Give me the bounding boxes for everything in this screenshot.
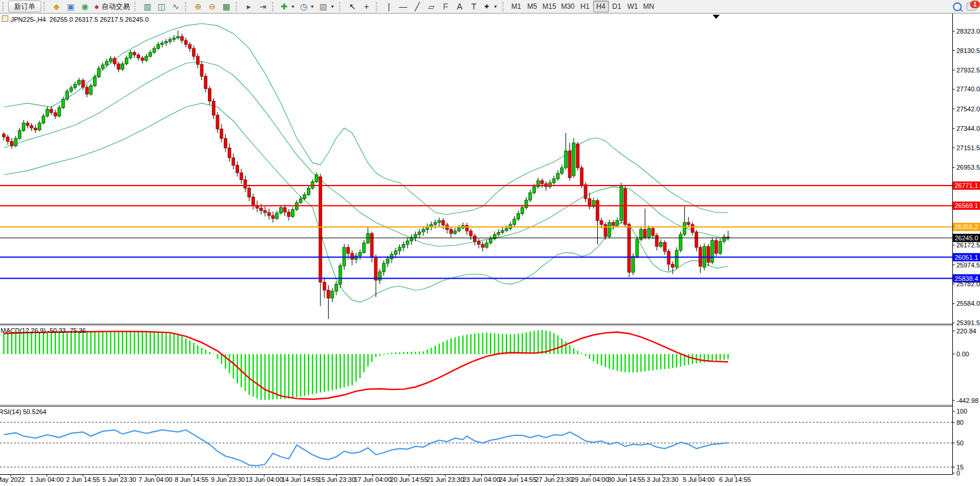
svg-text:30 Jun 14:55: 30 Jun 14:55 [608, 476, 645, 483]
svg-text:27740.0: 27740.0 [956, 85, 980, 92]
bar-chart-icon: ▥ [144, 2, 151, 11]
notification-badge: 1 [970, 1, 980, 8]
svg-text:7 Jun 04:00: 7 Jun 04:00 [138, 476, 173, 483]
indicators-icon[interactable]: ✚▼ [278, 1, 297, 12]
timeframe-d1[interactable]: D1 [609, 1, 625, 12]
macd-signal-value: -75.36 [68, 327, 86, 334]
timeframe-mn[interactable]: MN [641, 1, 657, 12]
chart-shift-icon: ⇥ [260, 2, 267, 11]
svg-text:21 Jun 23:30: 21 Jun 23:30 [426, 476, 464, 483]
rsi-pane[interactable] [0, 407, 952, 474]
indicators-icon: ✚ [280, 2, 287, 11]
svg-text:27151.5: 27151.5 [956, 144, 980, 151]
pane-splitter-2[interactable] [0, 405, 952, 408]
autoscroll-icon[interactable]: ▸ [241, 1, 256, 12]
macd-pane[interactable] [0, 325, 952, 405]
svg-text:23 Jun 04:00: 23 Jun 04:00 [463, 476, 501, 483]
main-chart-pane[interactable] [0, 13, 952, 324]
line-chart-icon[interactable]: ∿ [168, 1, 183, 12]
svg-text:50: 50 [956, 439, 964, 447]
svg-text:20 Jun 14:55: 20 Jun 14:55 [390, 476, 428, 483]
text-label-icon[interactable]: T [466, 1, 481, 12]
profile-icon[interactable]: ◆ [49, 1, 64, 12]
svg-text:3 Jul 23:30: 3 Jul 23:30 [647, 476, 678, 483]
svg-text:100: 100 [956, 408, 967, 415]
terminal-icon[interactable]: ▣ [64, 1, 78, 12]
tile-windows-icon: ▦ [223, 2, 230, 11]
macd-label: MACD(12,26,9) [1, 327, 45, 334]
timeframe-w1[interactable]: W1 [625, 1, 641, 12]
candlestick-icon: ◫ [158, 2, 165, 11]
svg-text:27344.0: 27344.0 [956, 125, 980, 132]
new-order-button[interactable]: 新订单 [8, 1, 41, 12]
candlestick-icon[interactable]: ◫ [154, 1, 168, 12]
timeframe-h1[interactable]: H1 [577, 1, 593, 12]
svg-text:27 Jun 23:30: 27 Jun 23:30 [535, 476, 573, 483]
svg-text:25584.0: 25584.0 [956, 300, 980, 307]
vertical-line-icon[interactable]: | [382, 1, 396, 12]
svg-text:26245.0: 26245.0 [955, 234, 978, 242]
text-icon[interactable]: A [452, 1, 466, 12]
new-order-button-label: 新订单 [14, 2, 35, 12]
svg-text:17 Jun 04:00: 17 Jun 04:00 [354, 476, 392, 483]
trendline-icon: ╱ [415, 2, 419, 11]
crosshair-icon[interactable]: + [359, 1, 373, 12]
zoom-in-icon[interactable]: ⊕ [191, 1, 205, 12]
timeframe-m1[interactable]: M1 [508, 1, 524, 12]
cursor-icon[interactable]: ↖ [345, 1, 359, 12]
crosshair-icon: + [364, 2, 369, 11]
periods-icon: ◷ [300, 2, 307, 11]
svg-text:27542.0: 27542.0 [956, 105, 980, 113]
svg-text:28323.0: 28323.0 [956, 28, 980, 35]
autotrade-button[interactable]: ●自动交易 [92, 1, 132, 12]
chevron-down-icon: ▼ [493, 4, 498, 9]
search-icon[interactable] [953, 2, 962, 11]
timeframe-h4[interactable]: H4 [593, 1, 609, 12]
svg-text:8 Jun 14:55: 8 Jun 14:55 [175, 476, 209, 483]
symbol-ohlc-line: JPN225-,H4 26255.0 26317.5 26217.5 26245… [2, 15, 148, 23]
periods-icon[interactable]: ◷▼ [297, 1, 317, 12]
rsi-label: RSI(14) [0, 408, 21, 415]
cursor-icon: ↖ [349, 2, 356, 11]
svg-text:220.84: 220.84 [956, 328, 976, 335]
equidistant-channel-icon: ▱ [428, 2, 435, 11]
svg-text:1 Jun 04:00: 1 Jun 04:00 [30, 476, 64, 483]
chart-shift-icon[interactable]: ⇥ [256, 1, 270, 12]
equidistant-channel-icon[interactable]: ▱ [424, 1, 438, 12]
svg-text:27932.5: 27932.5 [956, 67, 980, 74]
notifications-icon[interactable]: 1 [966, 2, 976, 11]
timeframe-m15[interactable]: M15 [540, 1, 558, 12]
svg-text:24 Jun 14:55: 24 Jun 14:55 [499, 476, 537, 483]
macd-main-value: -50.33 [47, 327, 65, 334]
svg-text:9 Jun 23:30: 9 Jun 23:30 [211, 476, 245, 483]
fibonacci-icon[interactable]: F [438, 1, 452, 12]
chevron-down-icon: ▼ [310, 4, 314, 9]
trendline-icon[interactable]: ╱ [410, 1, 424, 12]
rsi-value: 50.5264 [23, 408, 47, 415]
text-icon: A [457, 2, 462, 11]
svg-text:0: 0 [956, 470, 960, 477]
tile-windows-icon[interactable]: ▦ [219, 1, 233, 12]
svg-text:25974.5: 25974.5 [956, 262, 980, 269]
svg-text:26355.2: 26355.2 [955, 223, 978, 230]
svg-text:26569.1: 26569.1 [955, 202, 978, 209]
text-label-icon: T [471, 2, 476, 11]
arrows-icon[interactable]: ✦▼ [481, 1, 500, 12]
zoom-in-icon: ⊕ [195, 2, 202, 11]
chevron-down-icon: ▼ [290, 4, 295, 9]
signal-icon[interactable]: ◉ [78, 1, 92, 12]
svg-text:6 Jul 14:55: 6 Jul 14:55 [719, 476, 751, 483]
zoom-out-icon[interactable]: ⊖ [205, 1, 219, 12]
rsi-label-line: RSI(14) 50.5264 [0, 408, 47, 415]
timeframe-m30[interactable]: M30 [558, 1, 577, 12]
templates-icon[interactable]: ▨▼ [317, 1, 337, 12]
bar-chart-icon[interactable]: ▥ [140, 1, 154, 12]
svg-text:2 Jun 14:55: 2 Jun 14:55 [66, 476, 100, 483]
timeframe-m5[interactable]: M5 [524, 1, 540, 12]
mt4-window: 新订单◆▣◉●自动交易▥◫∿⊕⊖▦▸⇥✚▼◷▼▨▼↖+|—╱▱FAT✦▼M1M5… [0, 0, 980, 486]
toolbar-right: 1 [953, 1, 976, 12]
pane-splitter-1[interactable] [0, 323, 952, 326]
horizontal-line-icon[interactable]: — [396, 1, 410, 12]
fibonacci-icon: F [443, 2, 448, 11]
svg-text:26771.1: 26771.1 [955, 182, 978, 189]
